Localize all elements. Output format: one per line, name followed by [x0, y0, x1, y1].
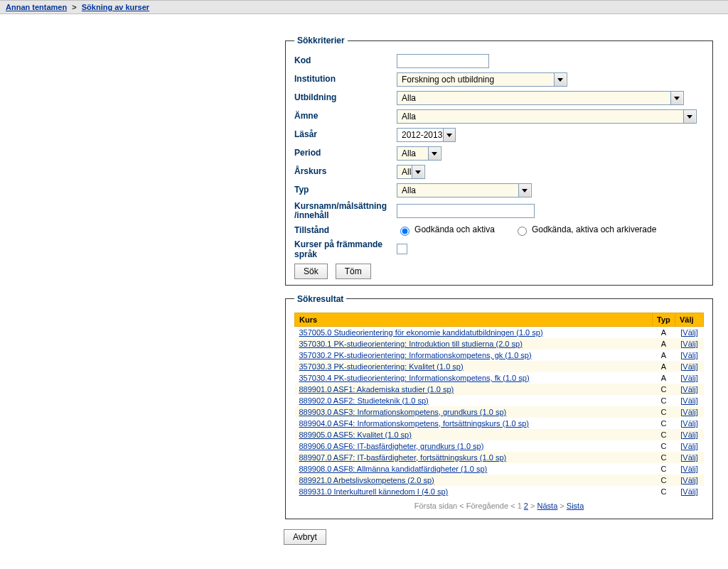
select-course-link[interactable]: [Välj]: [680, 328, 697, 337]
course-type: A: [653, 372, 675, 384]
institution-select[interactable]: Forskning och utbildning: [397, 72, 567, 87]
select-course-link[interactable]: [Välj]: [680, 442, 697, 450]
utbildning-label: Utbildning: [294, 93, 397, 102]
search-criteria-box: Sökkriterier Kod Institution Forskning o…: [285, 36, 713, 286]
select-course-link[interactable]: [Välj]: [680, 374, 697, 382]
select-course-link[interactable]: [Välj]: [680, 385, 697, 394]
table-row: 357030.3 PK-studieorientering: Kvalitet …: [295, 361, 704, 372]
table-row: 357030.1 PK-studieorientering: Introdukt…: [295, 338, 704, 349]
select-course-link[interactable]: [Välj]: [680, 430, 697, 439]
period-label: Period: [294, 148, 397, 158]
course-link[interactable]: 889901.0 ASF1: Akademiska studier (1.0 s…: [299, 385, 454, 394]
tillstand-label: Tillstånd: [294, 226, 397, 235]
tillstand-archived-radio[interactable]: [518, 227, 527, 236]
table-row: 889904.0 ASF4: Informationskompetens, fo…: [295, 418, 704, 429]
table-row: 357005.0 Studieorientering för ekonomie …: [295, 326, 704, 338]
tillstand-active-label: Godkända och aktiva: [414, 224, 495, 234]
arskurs-select[interactable]: Alla: [397, 165, 425, 179]
table-row: 889921.0 Arbetslivskompetens (2.0 sp)C[V…: [295, 475, 704, 486]
table-row: 889903.0 ASF3: Informationskompetens, gr…: [295, 406, 704, 418]
breadcrumb-separator: >: [69, 3, 79, 11]
pager-page-2[interactable]: 2: [524, 502, 528, 510]
select-course-link[interactable]: [Välj]: [680, 487, 697, 496]
amne-label: Ämne: [294, 112, 397, 121]
pager-next[interactable]: Nästa: [537, 502, 558, 510]
col-valj-header: Välj: [675, 313, 704, 326]
breadcrumb-item-2[interactable]: Sökning av kurser: [82, 3, 149, 11]
course-type: A: [653, 361, 675, 372]
select-course-link[interactable]: [Välj]: [680, 408, 697, 416]
select-course-link[interactable]: [Välj]: [680, 396, 697, 405]
search-button[interactable]: Sök: [294, 264, 328, 279]
pager-first: Första sidan: [414, 502, 458, 510]
lasar-select[interactable]: 2012-2013: [397, 128, 456, 142]
course-link[interactable]: 889931.0 Interkulturell kännedom I (4.0 …: [299, 487, 449, 496]
select-course-link[interactable]: [Välj]: [680, 476, 697, 484]
arskurs-label: Årskurs: [294, 167, 397, 176]
tillstand-archived-label: Godkända, aktiva och arkiverade: [532, 224, 656, 234]
course-link[interactable]: 357030.2 PK-studieorientering: Informati…: [299, 351, 532, 359]
select-course-link[interactable]: [Välj]: [680, 351, 697, 359]
course-link[interactable]: 889907.0 ASF7: IT-basfärdigheter, fortsä…: [299, 453, 507, 462]
course-link[interactable]: 889903.0 ASF3: Informationskompetens, gr…: [299, 408, 507, 416]
utbildning-select[interactable]: Alla: [397, 91, 684, 105]
course-type: C: [653, 463, 675, 475]
course-link[interactable]: 357005.0 Studieorientering för ekonomie …: [299, 328, 543, 337]
tillstand-active-radio[interactable]: [400, 227, 410, 236]
table-row: 889907.0 ASF7: IT-basfärdigheter, fortsä…: [295, 452, 704, 463]
typ-label: Typ: [294, 185, 397, 195]
table-row: 889901.0 ASF1: Akademiska studier (1.0 s…: [295, 384, 704, 395]
period-select[interactable]: Alla: [397, 146, 441, 161]
chevron-down-icon: [443, 129, 455, 141]
clear-button[interactable]: Töm: [336, 264, 371, 279]
course-type: C: [653, 406, 675, 418]
course-link[interactable]: 889908.0 ASF8: Allmänna kandidatfärdighe…: [299, 465, 488, 473]
pager-prev: Föregående: [466, 502, 508, 510]
select-course-link[interactable]: [Välj]: [680, 453, 697, 462]
course-type: C: [653, 418, 675, 429]
course-type: A: [653, 326, 675, 338]
frammande-checkbox[interactable]: [397, 244, 407, 254]
search-results-box: Sökresultat Kurs Typ Välj 357005.0 Studi…: [285, 294, 713, 519]
chevron-down-icon: [518, 184, 530, 197]
search-results-legend: Sökresultat: [294, 294, 346, 304]
amne-select[interactable]: Alla: [397, 109, 697, 124]
course-link[interactable]: 889906.0 ASF6: IT-basfärdigheter, grundk…: [299, 442, 484, 450]
institution-label: Institution: [294, 75, 397, 84]
course-link[interactable]: 357030.4 PK-studieorientering: Informati…: [299, 374, 530, 382]
table-row: 889906.0 ASF6: IT-basfärdigheter, grundk…: [295, 440, 704, 452]
select-course-link[interactable]: [Välj]: [680, 465, 697, 473]
frammande-label: Kurser på främmande språk: [294, 240, 397, 259]
course-type: C: [653, 440, 675, 452]
chevron-down-icon: [670, 92, 682, 104]
pager-page-1: 1: [518, 502, 522, 510]
cancel-button[interactable]: Avbryt: [284, 529, 326, 545]
course-link[interactable]: 357030.1 PK-studieorientering: Introdukt…: [299, 340, 523, 348]
course-link[interactable]: 357030.3 PK-studieorientering: Kvalitet …: [299, 362, 464, 371]
kursnamn-label: Kursnamn/målsättning /innehåll: [294, 202, 397, 220]
breadcrumb-item-1[interactable]: Annan tentamen: [6, 3, 67, 11]
search-criteria-legend: Sökkriterier: [294, 36, 348, 45]
select-course-link[interactable]: [Välj]: [680, 419, 697, 428]
chevron-down-icon: [683, 110, 695, 123]
kod-input[interactable]: [397, 54, 489, 68]
course-link[interactable]: 889905.0 ASF5: Kvalitet (1.0 sp): [299, 430, 412, 439]
course-link[interactable]: 889904.0 ASF4: Informationskompetens, fo…: [299, 419, 529, 428]
kod-label: Kod: [294, 56, 397, 65]
course-type: C: [653, 429, 675, 440]
col-kurs-header: Kurs: [295, 313, 653, 326]
course-type: C: [653, 384, 675, 395]
course-link[interactable]: 889902.0 ASF2: Studieteknik (1.0 sp): [299, 396, 429, 405]
table-row: 889908.0 ASF8: Allmänna kandidatfärdighe…: [295, 463, 704, 475]
pager-last[interactable]: Sista: [567, 502, 584, 510]
typ-select[interactable]: Alla: [397, 183, 532, 197]
lasar-label: Läsår: [294, 130, 397, 139]
select-course-link[interactable]: [Välj]: [680, 340, 697, 348]
col-typ-header: Typ: [653, 313, 675, 326]
course-type: C: [653, 486, 675, 497]
course-type: A: [653, 338, 675, 349]
chevron-down-icon: [428, 147, 440, 160]
kursnamn-input[interactable]: [397, 204, 535, 218]
select-course-link[interactable]: [Välj]: [680, 362, 697, 371]
course-link[interactable]: 889921.0 Arbetslivskompetens (2.0 sp): [299, 476, 434, 484]
